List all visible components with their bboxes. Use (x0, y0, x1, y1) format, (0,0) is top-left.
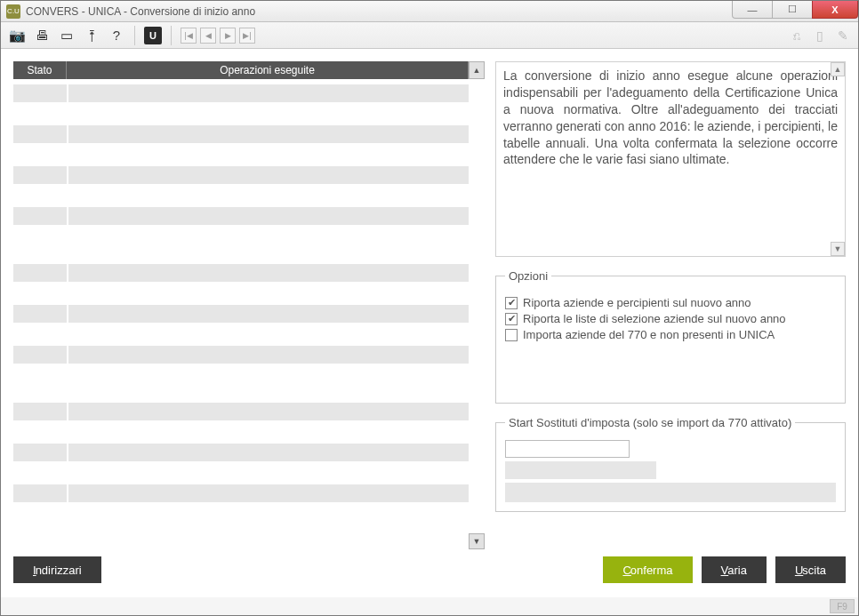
maximize-button[interactable]: ☐ (772, 1, 813, 19)
badge-icon[interactable]: U (144, 27, 162, 44)
checkbox-label: Importa aziende del 770 e non presenti i… (523, 328, 775, 341)
col-header-operazioni: Operazioni eseguite (67, 61, 469, 79)
table-scroll-down-button[interactable]: ▼ (469, 533, 485, 549)
toolbar-right-icon-1[interactable]: ⎌ (789, 28, 805, 44)
toolbar-divider (134, 26, 135, 45)
nav-last-button[interactable]: ▶| (239, 28, 255, 44)
option-row-2: ✔ Riporta le liste di selezione aziende … (505, 312, 836, 325)
desc-scroll-down-button[interactable]: ▼ (831, 242, 845, 256)
table-row (13, 207, 485, 225)
nav-next-button[interactable]: ▶ (220, 28, 236, 44)
help-icon[interactable]: ? (108, 27, 125, 44)
nav-first-button[interactable]: |◀ (181, 28, 197, 44)
col-header-stato: Stato (13, 61, 67, 79)
print-icon[interactable]: 🖶 (33, 27, 51, 44)
checkbox-label: Riporta aziende e percipienti sul nuovo … (523, 296, 751, 309)
close-button[interactable]: X (812, 1, 858, 19)
content-area: Stato Operazioni eseguite ▲ ▼ (1, 49, 858, 597)
folder-icon[interactable]: ▭ (58, 27, 76, 44)
left-panel: Stato Operazioni eseguite ▲ ▼ (13, 61, 485, 549)
btn-text: ndirizzari (36, 564, 82, 577)
nav-prev-button[interactable]: ◀ (200, 28, 216, 44)
footer: Indirizzari Conferma Varia Uscita (13, 549, 846, 588)
checkbox-importa-770[interactable] (505, 329, 518, 341)
options-legend: Opzioni (505, 269, 551, 283)
f9-indicator: F9 (830, 599, 855, 613)
varia-button[interactable]: Varia (702, 556, 767, 583)
options-fieldset: Opzioni ✔ Riporta aziende e percipienti … (495, 269, 846, 404)
camera-icon[interactable]: 📷 (8, 27, 26, 44)
start-display-1 (505, 461, 656, 479)
toolbar: 📷 🖶 ▭ ⭱ ? U |◀ ◀ ▶ ▶| ⎌ ▯ ✎ (1, 22, 858, 49)
toolbar-divider (171, 26, 172, 45)
conferma-button[interactable]: Conferma (603, 556, 692, 583)
titlebar: C.U CONVERS - UNICA - Conversione di ini… (1, 1, 858, 22)
table-row (13, 403, 485, 420)
start-fieldset: Start Sostituti d'imposta (solo se impor… (495, 416, 846, 512)
checkbox-riporta-liste[interactable]: ✔ (505, 313, 518, 325)
table-row (13, 125, 485, 143)
indirizzari-button[interactable]: Indirizzari (13, 556, 101, 583)
desc-scroll-up-button[interactable]: ▲ (831, 62, 845, 76)
table-row (13, 346, 485, 364)
uscita-button[interactable]: Uscita (775, 556, 846, 583)
titlebar-controls: — ☐ X (733, 1, 858, 19)
table-row (13, 484, 485, 502)
table-scroll-up-button[interactable]: ▲ (469, 61, 485, 79)
upload-icon[interactable]: ⭱ (83, 27, 100, 44)
start-input[interactable] (505, 440, 630, 458)
option-row-1: ✔ Riporta aziende e percipienti sul nuov… (505, 296, 836, 309)
table-row (13, 84, 485, 102)
edit-icon[interactable]: ✎ (835, 28, 851, 44)
table-header: Stato Operazioni eseguite ▲ (13, 61, 485, 79)
table-body: ▼ (13, 79, 485, 549)
option-row-3: Importa aziende del 770 e non presenti i… (505, 328, 836, 341)
app-window: C.U CONVERS - UNICA - Conversione di ini… (0, 0, 859, 616)
table-row (13, 166, 485, 184)
minimize-button[interactable]: — (732, 1, 773, 19)
right-panel: La conversione di inizio anno esegue alc… (495, 61, 846, 549)
start-legend: Start Sostituti d'imposta (solo se impor… (505, 416, 795, 429)
description-box: La conversione di inizio anno esegue alc… (495, 61, 846, 257)
toolbar-right-icon-2[interactable]: ▯ (812, 28, 828, 44)
description-text: La conversione di inizio anno esegue alc… (503, 68, 838, 166)
main-area: Stato Operazioni eseguite ▲ ▼ (13, 61, 846, 549)
status-bar: F9 (1, 597, 858, 615)
checkbox-label: Riporta le liste di selezione aziende su… (523, 312, 786, 325)
start-display-2 (505, 483, 836, 502)
checkbox-riporta-aziende[interactable]: ✔ (505, 297, 518, 309)
table-row (13, 444, 485, 461)
table-row (13, 305, 485, 323)
table-row (13, 264, 485, 282)
window-title: CONVERS - UNICA - Conversione di inizio … (26, 5, 255, 18)
app-icon: C.U (6, 4, 20, 19)
